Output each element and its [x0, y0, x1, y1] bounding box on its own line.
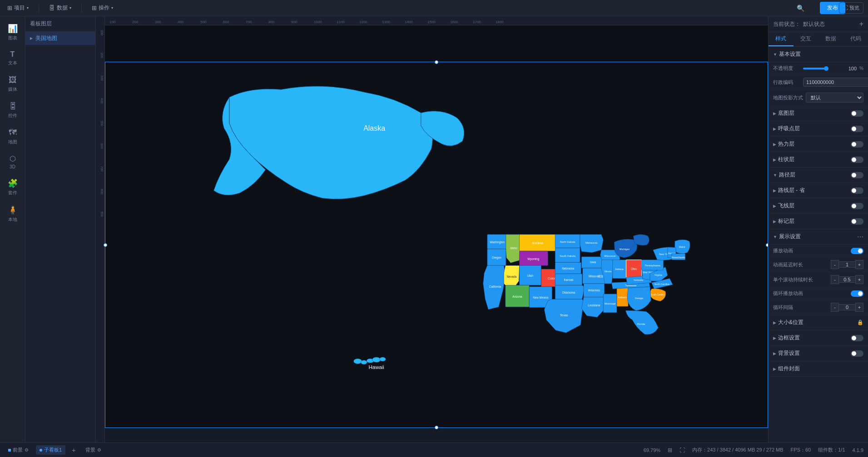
section-border-settings[interactable]: ▶ 边框设置 [769, 330, 868, 346]
tab-code[interactable]: 代码 [843, 32, 868, 46]
single-scroll-increase[interactable]: + [855, 275, 863, 284]
tab-data[interactable]: 数据 [818, 32, 843, 46]
sidebar-item-widget[interactable]: 🧩 套件 [1, 175, 24, 200]
data-menu[interactable]: 🗄 数据 ▾ [46, 2, 74, 14]
project-chevron: ▾ [27, 6, 29, 10]
section-bg-settings[interactable]: ▶ 背景设置 [769, 346, 868, 361]
zoom-level: 69.79% [644, 447, 660, 453]
scatter-layer-toggle[interactable] [851, 126, 863, 132]
section-outline-layer[interactable]: ▶ 底图层 [769, 106, 868, 121]
svg-text:Maine: Maine [679, 246, 685, 248]
outline-layer-toggle[interactable] [851, 110, 863, 117]
svg-point-4 [380, 357, 386, 361]
tab-style[interactable]: 样式 [769, 32, 794, 46]
fly-layer-label: 飞线层 [778, 202, 794, 210]
state-louisiana [581, 297, 604, 317]
bg-settings-toggle[interactable] [851, 350, 863, 357]
bar-layer-toggle[interactable] [851, 157, 863, 163]
section-display-settings[interactable]: ▼ 展示设置 ⋯ [769, 229, 868, 245]
svg-text:Michigan: Michigan [620, 248, 630, 251]
section-component-cover[interactable]: ▶ 组件封面 [769, 361, 868, 377]
fly-layer-toggle[interactable] [851, 203, 863, 209]
section-bar-layer[interactable]: ▶ 柱状层 [769, 152, 868, 167]
loop-delay-decrease[interactable]: - [831, 303, 839, 312]
track-layer2-toggle[interactable] [851, 187, 863, 194]
projection-select[interactable]: 默认 [806, 93, 863, 103]
svg-text:Kentucky: Kentucky [634, 279, 644, 281]
layers-header: 看板图层 [25, 16, 95, 32]
animation-delay-input[interactable] [839, 261, 855, 268]
hawaii-group: Hawaii [354, 357, 386, 370]
media-icon: 🖼 [9, 75, 17, 85]
svg-text:Massachusetts: Massachusetts [672, 256, 686, 259]
preview-button[interactable]: ⛶ 预览 [839, 2, 863, 14]
opacity-slider[interactable] [803, 68, 828, 69]
status-right: 69.79% ⊞ ⛶ 内存：243 / 3842 / 4096 MB 29 / … [644, 447, 863, 453]
border-settings-toggle[interactable] [851, 335, 863, 341]
sidebar-item-3d[interactable]: ⬡ 3D [1, 151, 24, 173]
sidebar-item-local[interactable]: 🧍 本地 [1, 201, 24, 226]
tab-back[interactable]: 背景 ⚙ [82, 445, 105, 455]
loop-delay-increase[interactable]: + [855, 303, 863, 312]
svg-text:Kansas: Kansas [564, 278, 573, 281]
sidebar-item-map[interactable]: 🗺 地图 [1, 124, 24, 149]
single-scroll-decrease[interactable]: - [831, 275, 839, 284]
section-heat-layer[interactable]: ▶ 热力层 [769, 137, 868, 152]
ruler-top: 100 200 300 400 500 600 700 800 900 1000… [96, 16, 768, 25]
opacity-slider-thumb[interactable] [824, 66, 828, 71]
layer-item-usa-map[interactable]: ▶ 美国地图 [25, 32, 95, 45]
tab-front-settings[interactable]: ⚙ [25, 447, 29, 452]
marker-layer-toggle[interactable] [851, 218, 863, 225]
svg-text:Oregon: Oregon [492, 256, 501, 260]
loop-delay-stepper: - + [831, 303, 863, 312]
data-chevron: ▾ [69, 6, 71, 10]
svg-text:Washington: Washington [490, 241, 505, 244]
animation-delay-label: 动画延迟时长 [773, 261, 803, 268]
svg-text:Minnesota: Minnesota [585, 241, 598, 244]
loop-animation-toggle[interactable] [851, 290, 863, 297]
loop-animation-label: 循环播放动画 [773, 290, 803, 297]
svg-text:California: California [489, 285, 501, 288]
loop-delay-input[interactable] [839, 304, 855, 310]
section-size-position[interactable]: ▶ 大小&位置 🔒 [769, 315, 868, 330]
operations-menu[interactable]: ⊞ 操作 ▾ [89, 2, 116, 14]
svg-text:Nebraska: Nebraska [562, 267, 574, 270]
canvas-area[interactable]: 100 200 300 400 500 600 700 800 900 1000… [96, 16, 768, 442]
animation-delay-increase[interactable]: + [855, 260, 863, 269]
add-tab-button[interactable]: + [69, 446, 78, 455]
text-icon: T [10, 50, 15, 59]
section-basic-settings[interactable]: ▼ 基本设置 [769, 47, 868, 62]
section-marker-layer[interactable]: ▶ 标记层 [769, 214, 868, 229]
display-settings-options[interactable]: ⋯ [857, 233, 863, 241]
section-fly-layer[interactable]: ▶ 飞线层 [769, 198, 868, 214]
opacity-label: 不透明度 [773, 65, 800, 72]
panel-status-left: 当前状态： 默认状态 [773, 20, 825, 28]
state-michigan-upper [633, 235, 649, 246]
tab-back-settings[interactable]: ⚙ [97, 447, 101, 452]
opacity-row: 不透明度 100 % [769, 62, 868, 75]
map-label: 地图 [8, 139, 17, 145]
track-layer-toggle[interactable] [851, 172, 863, 178]
svg-text:Louisiana: Louisiana [588, 304, 600, 307]
memory-info: 内存：243 / 3842 / 4096 MB 29 / 272 MB [692, 447, 784, 453]
single-scroll-input[interactable] [839, 276, 855, 283]
play-animation-toggle[interactable] [851, 248, 863, 254]
section-scatter-layer[interactable]: ▶ 呼吸点层 [769, 121, 868, 137]
sidebar-item-text[interactable]: T 文本 [1, 47, 24, 70]
panel-add-button[interactable]: + [859, 20, 863, 28]
animation-delay-decrease[interactable]: - [831, 260, 839, 269]
section-track-layer[interactable]: ▼ 路径层 [769, 167, 868, 183]
tab-interaction[interactable]: 交互 [794, 32, 818, 46]
sidebar-item-media[interactable]: 🖼 媒体 [1, 72, 24, 96]
admin-code-input[interactable] [803, 78, 868, 87]
heat-layer-toggle[interactable] [851, 141, 863, 147]
section-track-layer2[interactable]: ▶ 路线层 - 省 [769, 183, 868, 198]
project-menu[interactable]: ⊞ 项目 ▾ [5, 2, 31, 14]
tab-child[interactable]: 子看板1 [36, 445, 65, 455]
fullscreen-icon: ⛶ [843, 5, 848, 10]
sidebar-item-control[interactable]: 🎛 控件 [1, 98, 24, 123]
tab-front[interactable]: 前景 ⚙ [5, 445, 32, 455]
map-icon: 🗺 [9, 128, 17, 138]
sidebar-item-chart[interactable]: 📊 图表 [1, 20, 24, 45]
search-icon[interactable]: 🔍 [797, 5, 804, 12]
